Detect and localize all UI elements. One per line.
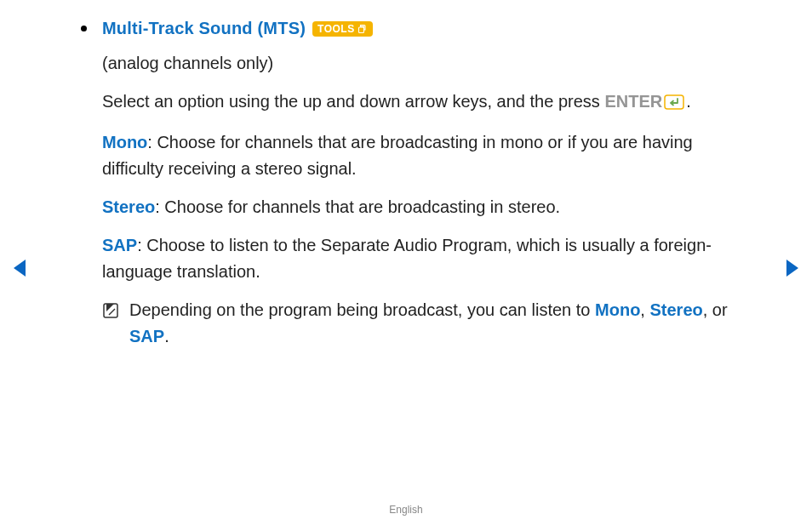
enter-label: ENTER: [604, 92, 662, 111]
stereo-description: Stereo: Choose for channels that are bro…: [102, 194, 752, 220]
sap-text: : Choose to listen to the Separate Audio…: [102, 236, 712, 281]
note-sap: SAP: [129, 327, 164, 345]
prev-page-arrow[interactable]: [14, 260, 26, 277]
title-row: Multi-Track Sound (MTS) TOOLS: [81, 19, 752, 38]
footer-language: English: [0, 504, 812, 516]
note-sep2: , or: [703, 300, 728, 319]
note-row: Depending on the program being broadcast…: [102, 297, 752, 350]
tools-badge-label: TOOLS: [317, 23, 355, 35]
instruction-suffix: .: [686, 92, 691, 111]
page-content: Multi-Track Sound (MTS) TOOLS (analog ch…: [81, 19, 752, 350]
enter-icon: [664, 91, 684, 117]
note-prefix: Depending on the program being broadcast…: [129, 300, 595, 319]
instruction-text: Select an option using the up and down a…: [102, 88, 752, 117]
note-suffix: .: [164, 327, 169, 345]
bullet-icon: [81, 26, 87, 31]
note-text: Depending on the program being broadcast…: [129, 297, 752, 350]
svg-rect-0: [665, 95, 683, 109]
mono-text: : Choose for channels that are broadcast…: [102, 133, 693, 178]
note-mono: Mono: [595, 300, 640, 319]
sap-label: SAP: [102, 236, 137, 254]
mono-label: Mono: [102, 133, 147, 151]
stereo-label: Stereo: [102, 197, 155, 216]
note-sep1: ,: [640, 300, 649, 319]
tools-icon: [357, 24, 368, 34]
note-stereo: Stereo: [649, 300, 702, 319]
tools-badge: TOOLS: [312, 21, 373, 37]
stereo-text: : Choose for channels that are broadcast…: [155, 197, 560, 216]
note-icon: [102, 300, 119, 327]
instruction-prefix: Select an option using the up and down a…: [102, 92, 604, 111]
mono-description: Mono: Choose for channels that are broad…: [102, 129, 752, 182]
next-page-arrow[interactable]: [786, 260, 798, 277]
feature-title: Multi-Track Sound (MTS): [102, 19, 306, 38]
subtitle-text: (analog channels only): [102, 50, 752, 77]
sap-description: SAP: Choose to listen to the Separate Au…: [102, 232, 752, 285]
